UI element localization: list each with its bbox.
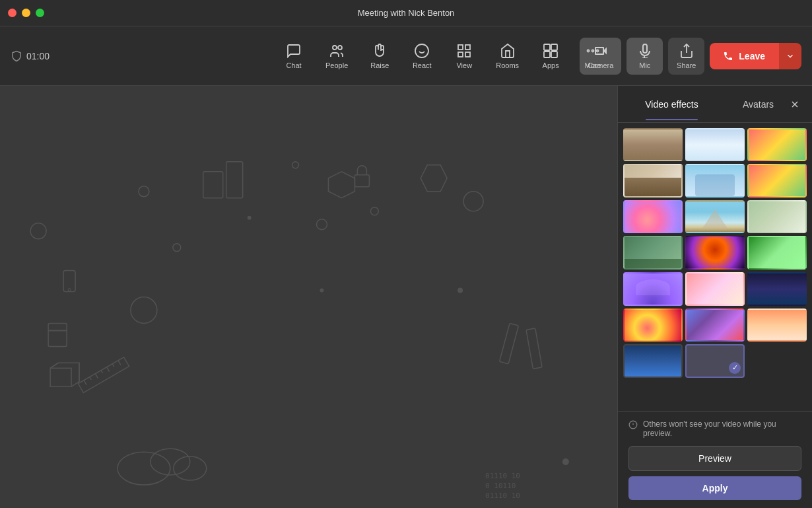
svg-point-35 [118, 452, 170, 485]
toolbar-right: Camera Mic Share Leave [580, 38, 801, 75]
info-row: Others won't see your video while you pr… [628, 419, 801, 438]
background-item[interactable] [623, 164, 683, 198]
svg-rect-12 [551, 52, 557, 57]
apply-button[interactable]: Apply [628, 476, 801, 500]
svg-point-0 [333, 46, 337, 50]
svg-rect-50 [355, 175, 369, 187]
background-item[interactable] [747, 272, 807, 306]
preview-button[interactable]: Preview [628, 446, 801, 471]
react-icon [414, 43, 430, 59]
view-button[interactable]: View [444, 38, 484, 75]
background-item[interactable] [747, 236, 807, 270]
svg-point-15 [597, 50, 599, 52]
background-item[interactable] [623, 272, 683, 306]
video-background: 01110 10 0 10110 01110 10 [0, 86, 617, 508]
background-item[interactable] [685, 200, 745, 234]
titlebar: Meeting with Nick Benton [0, 0, 812, 26]
more-button[interactable]: More [573, 38, 613, 75]
info-text: Others won't see your video while you pr… [643, 419, 801, 438]
background-item[interactable] [685, 128, 745, 161]
svg-rect-23 [48, 330, 67, 331]
share-icon [679, 43, 694, 59]
background-item[interactable] [747, 164, 807, 198]
background-item-selected[interactable]: ✓ [685, 344, 745, 378]
tab-video-effects[interactable]: Video effects [628, 89, 715, 120]
raise-icon [372, 43, 388, 59]
minimize-button[interactable] [22, 9, 30, 17]
background-item[interactable] [747, 128, 807, 161]
svg-point-39 [292, 162, 299, 168]
chevron-down-icon [786, 52, 795, 61]
video-area: 01110 10 0 10110 01110 10 [0, 86, 617, 508]
background-item-blue[interactable] [623, 344, 683, 378]
svg-rect-5 [458, 45, 463, 50]
background-item[interactable] [623, 200, 683, 234]
background-item[interactable] [747, 200, 807, 234]
close-icon [790, 99, 800, 110]
maximize-button[interactable] [36, 9, 44, 17]
phone-icon [723, 51, 733, 61]
svg-rect-45 [500, 323, 519, 363]
svg-point-44 [463, 192, 483, 211]
svg-point-1 [338, 46, 342, 50]
svg-line-29 [95, 374, 98, 379]
doodle-background: 01110 10 0 10110 01110 10 [0, 86, 617, 508]
rooms-label: Rooms [496, 61, 519, 69]
svg-line-30 [101, 371, 102, 373]
leave-button[interactable]: Leave [710, 43, 778, 69]
apps-label: Apps [543, 61, 559, 69]
svg-point-53 [457, 288, 463, 293]
more-label: More [585, 61, 601, 69]
mic-button[interactable]: Mic [626, 38, 663, 75]
background-item[interactable] [623, 236, 683, 270]
rooms-icon [500, 43, 516, 59]
background-item[interactable] [685, 164, 745, 198]
backgrounds-grid: ✓ [618, 123, 812, 411]
rooms-button[interactable]: Rooms [487, 38, 528, 75]
svg-point-51 [248, 216, 252, 220]
svg-point-43 [68, 289, 71, 291]
apps-icon [543, 43, 558, 59]
svg-rect-46 [526, 328, 542, 369]
background-item[interactable] [685, 308, 745, 342]
react-button[interactable]: React [402, 38, 442, 75]
panel-tabs: Video effects Avatars [618, 86, 812, 123]
background-item[interactable] [623, 308, 683, 342]
panel-close-button[interactable] [786, 95, 804, 114]
svg-point-38 [173, 244, 181, 252]
svg-line-28 [90, 377, 91, 380]
share-label: Share [677, 61, 696, 69]
svg-point-2 [415, 44, 428, 57]
chat-button[interactable]: Chat [274, 38, 314, 75]
titlebar-controls [8, 9, 44, 17]
svg-point-18 [139, 186, 149, 197]
people-icon [329, 43, 345, 59]
view-icon [456, 43, 472, 59]
selected-check: ✓ [729, 362, 741, 374]
svg-line-27 [84, 381, 86, 385]
svg-point-54 [562, 458, 569, 465]
background-item[interactable] [685, 236, 745, 270]
close-button[interactable] [8, 9, 17, 17]
svg-point-19 [131, 297, 157, 324]
svg-text:01110 10: 01110 10 [485, 472, 520, 480]
toolbar-center: Chat People Raise [274, 38, 613, 75]
background-item[interactable] [747, 308, 807, 342]
meeting-title: Meeting with Nick Benton [358, 8, 455, 18]
mic-label: Mic [639, 61, 650, 69]
background-item[interactable] [685, 272, 745, 306]
raise-button[interactable]: Raise [360, 38, 399, 75]
side-panel: Video effects Avatars [617, 86, 812, 508]
background-item[interactable] [623, 128, 683, 161]
leave-dropdown-button[interactable] [778, 43, 801, 69]
svg-rect-9 [544, 44, 550, 50]
svg-line-25 [50, 363, 58, 368]
svg-rect-6 [465, 45, 470, 50]
main-content: 01110 10 0 10110 01110 10 Video effects … [0, 86, 812, 508]
svg-line-33 [118, 361, 121, 365]
apps-button[interactable]: Apps [531, 38, 570, 75]
svg-rect-8 [465, 52, 470, 57]
svg-point-52 [320, 289, 323, 293]
share-button[interactable]: Share [668, 38, 704, 75]
people-button[interactable]: People [316, 38, 357, 75]
